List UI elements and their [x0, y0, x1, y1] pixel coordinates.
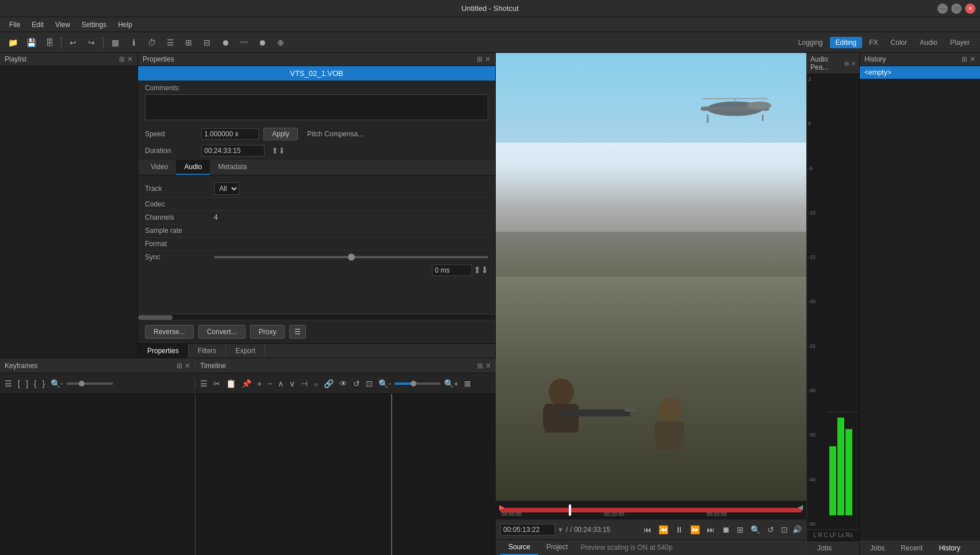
tl-zoomin-btn[interactable]: 🔍+: [442, 378, 461, 389]
tab-recent-bottom[interactable]: Recent: [893, 541, 931, 555]
toolbar-undo-button[interactable]: ↩: [65, 35, 81, 51]
tl-add-btn[interactable]: +: [255, 378, 264, 389]
toolbar-info-button[interactable]: ℹ: [125, 35, 141, 51]
comments-input[interactable]: [145, 94, 488, 120]
tab-video[interactable]: Video: [143, 160, 176, 175]
timeline-ruler[interactable]: 00:00:00 00:10:00 00:20:00 ▶ ◀: [496, 500, 806, 519]
keyframes-close-icon[interactable]: ✕: [185, 362, 190, 370]
tl-split-btn[interactable]: ⊣: [298, 378, 310, 389]
bottom-tab-properties[interactable]: Properties: [138, 344, 189, 358]
mode-logging[interactable]: Logging: [793, 37, 829, 48]
time-dropdown-icon[interactable]: ▼: [557, 526, 564, 533]
toolbar-grid-button[interactable]: ⊞: [181, 35, 197, 51]
kf-zoom-out-btn[interactable]: 🔍-: [48, 378, 66, 389]
reverse-button[interactable]: Reverse...: [145, 325, 194, 339]
kf-bracket-open-btn[interactable]: [: [16, 378, 22, 389]
tab-project[interactable]: Project: [538, 540, 576, 555]
tl-fit-btn[interactable]: ⊠: [462, 378, 473, 389]
tl-zoom-slider[interactable]: [395, 382, 441, 385]
toolbar-stack-button[interactable]: ⊕: [273, 35, 289, 51]
toolbar-saveas-button[interactable]: 🗄: [41, 35, 58, 51]
pause-button[interactable]: ⏸: [673, 524, 686, 535]
skip-to-start-button[interactable]: ⏮: [641, 524, 654, 535]
history-expand-icon[interactable]: ⊞: [962, 55, 967, 63]
mode-editing[interactable]: Editing: [830, 37, 863, 48]
toggle-grid-button[interactable]: ⊞: [734, 524, 746, 535]
tl-remove-btn[interactable]: −: [265, 378, 274, 389]
timeline-close-icon[interactable]: ✕: [485, 362, 491, 370]
toolbar-timer-button[interactable]: ⏱: [144, 35, 160, 51]
convert-button[interactable]: Convert...: [198, 325, 246, 339]
menu-file[interactable]: File: [5, 20, 25, 30]
properties-close-icon[interactable]: ✕: [485, 55, 491, 63]
menu-edit[interactable]: Edit: [27, 20, 48, 30]
tab-history-bottom[interactable]: History: [931, 541, 968, 555]
toolbar-wave-button[interactable]: 〰: [236, 35, 252, 51]
current-time-input[interactable]: [500, 524, 555, 535]
mode-fx[interactable]: FX: [863, 37, 883, 48]
stop-button[interactable]: ⏹: [719, 524, 732, 535]
toolbar-save-button[interactable]: 💾: [23, 35, 39, 51]
zoom-fit-button[interactable]: ⊡: [779, 524, 790, 535]
duration-spinner[interactable]: ⬆⬇: [271, 146, 285, 155]
tl-loop-btn[interactable]: ↺: [351, 378, 362, 389]
properties-scrollbar[interactable]: [138, 314, 495, 320]
tab-source[interactable]: Source: [500, 540, 538, 555]
duration-input[interactable]: [201, 145, 265, 156]
peaks-expand-icon[interactable]: ⊞: [844, 60, 849, 67]
mode-player[interactable]: Player: [944, 37, 975, 48]
toolbar-redo-button[interactable]: ↪: [83, 35, 99, 51]
bottom-tab-export[interactable]: Export: [226, 344, 265, 358]
history-close-icon[interactable]: ✕: [970, 55, 975, 63]
kf-brace-close-btn[interactable]: }: [40, 378, 47, 389]
minimize-button[interactable]: —: [937, 3, 948, 14]
tab-jobs[interactable]: Jobs: [809, 541, 840, 555]
toolbar-filter-button[interactable]: ⊟: [199, 35, 215, 51]
toolbar-list-button[interactable]: ☰: [162, 35, 178, 51]
properties-expand-icon[interactable]: ⊞: [477, 55, 483, 63]
tl-paste-btn[interactable]: 📌: [239, 378, 254, 389]
mode-audio[interactable]: Audio: [914, 37, 943, 48]
playlist-expand-icon[interactable]: ⊞: [119, 55, 125, 63]
tl-snap-btn[interactable]: 🔗: [321, 378, 336, 389]
close-button[interactable]: ✕: [965, 3, 975, 14]
tab-metadata[interactable]: Metadata: [210, 160, 255, 175]
tl-zoom-btn[interactable]: ⊡: [363, 378, 375, 389]
toolbar-open-button[interactable]: 📁: [5, 35, 21, 51]
mode-color[interactable]: Color: [885, 37, 913, 48]
bottom-tab-filters[interactable]: Filters: [189, 344, 227, 358]
tab-jobs-bottom[interactable]: Jobs: [862, 541, 893, 555]
tl-ripple-btn[interactable]: ⬦: [311, 378, 320, 389]
menu-settings[interactable]: Settings: [77, 20, 111, 30]
proxy-button[interactable]: Proxy: [250, 325, 285, 339]
prev-frame-button[interactable]: ⏪: [656, 524, 671, 535]
tl-menu-btn[interactable]: ☰: [198, 378, 210, 389]
maximize-button[interactable]: □: [951, 3, 962, 14]
kf-bracket-close-btn[interactable]: ]: [24, 378, 30, 389]
timeline-expand-icon[interactable]: ⊞: [477, 362, 483, 370]
peaks-close-icon[interactable]: ✕: [851, 60, 856, 67]
tl-down-btn[interactable]: ∨: [287, 378, 297, 389]
toolbar-layout-button[interactable]: ▦: [107, 35, 123, 51]
kf-menu-btn[interactable]: ☰: [2, 378, 14, 389]
tl-up-btn[interactable]: ∧: [275, 378, 286, 389]
sync-slider[interactable]: [214, 256, 488, 258]
toolbar-rec2-button[interactable]: ⏺: [254, 35, 270, 51]
loop-button[interactable]: ↺: [765, 524, 776, 535]
menu-view[interactable]: View: [51, 20, 75, 30]
more-button[interactable]: ☰: [289, 325, 306, 339]
speed-input[interactable]: [201, 128, 259, 140]
tl-copy-btn[interactable]: 📋: [224, 378, 238, 389]
apply-button[interactable]: Apply: [263, 128, 298, 140]
tab-audio[interactable]: Audio: [176, 160, 210, 175]
kf-brace-open-btn[interactable]: {: [32, 378, 39, 389]
playlist-close-icon[interactable]: ✕: [127, 55, 133, 63]
kf-zoom-slider[interactable]: [67, 382, 113, 385]
skip-to-end-button[interactable]: ⏭: [705, 524, 717, 535]
sync-value-input[interactable]: [432, 265, 472, 276]
zoom-button[interactable]: 🔍: [748, 524, 763, 535]
menu-help[interactable]: Help: [113, 20, 137, 30]
track-select[interactable]: All: [214, 182, 239, 195]
sync-spinner[interactable]: ⬆⬇: [473, 265, 488, 276]
toolbar-record-button[interactable]: ⏺: [217, 35, 233, 51]
